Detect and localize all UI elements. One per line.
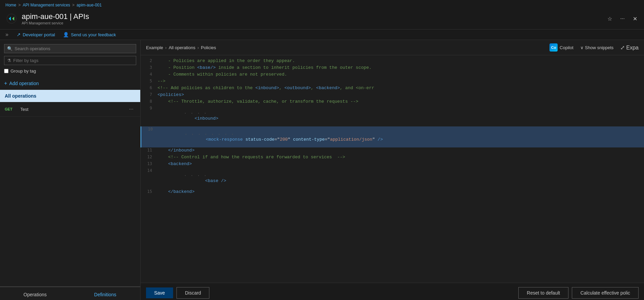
group-by-tag: Group by tag: [4, 68, 136, 74]
line-num: 12: [141, 155, 158, 159]
show-snippets-button[interactable]: ∨ Show snippets: [580, 45, 614, 50]
add-operation-label: Add operation: [9, 81, 39, 86]
line-num: 14: [141, 168, 158, 173]
code-line: 10 · · · · · · · · <mock-response status…: [141, 126, 644, 147]
tab-definitions[interactable]: Definitions: [70, 287, 140, 300]
line-num: 6: [141, 85, 158, 90]
sidebar: 🔍 ⚗ Group by tag + Add operation All ope…: [0, 40, 141, 300]
line-num: 5: [141, 79, 158, 83]
code-line: 15 </backend>: [141, 189, 644, 196]
search-box[interactable]: 🔍: [4, 44, 136, 53]
code-content: · · · · <base />: [158, 168, 226, 188]
add-operation-button[interactable]: + Add operation: [0, 77, 140, 90]
filter-input[interactable]: [13, 58, 133, 63]
service-icon: [5, 13, 18, 25]
expand-button[interactable]: ⤢ Expa: [620, 44, 639, 51]
external-link-icon: ↗: [17, 32, 21, 37]
code-line: 7 <policies>: [141, 92, 644, 99]
breadcrumb-instance[interactable]: apim-aue-001: [77, 3, 102, 7]
code-content: </backend>: [158, 189, 194, 194]
feedback-icon: 👤: [63, 32, 69, 37]
code-breadcrumb-part1: Example: [146, 45, 163, 50]
code-editor[interactable]: 2 - Policies are applied in the order th…: [141, 55, 644, 283]
expand-icon: ⤢: [620, 45, 625, 51]
all-operations-item[interactable]: All operations: [0, 90, 140, 102]
code-line: 12 <!-- Control if and how the requests …: [141, 154, 644, 161]
discard-button[interactable]: Discard: [176, 287, 209, 299]
code-content: -->: [158, 79, 165, 84]
operations-tab-label: Operations: [3, 292, 67, 297]
code-line: 6 <!-- Add policies as children to the <…: [141, 85, 644, 92]
line-num: 8: [141, 99, 158, 104]
definitions-tab-label: Definitions: [74, 292, 137, 297]
sidebar-footer: Operations Definitions: [0, 286, 140, 300]
line-num: 4: [141, 72, 158, 77]
code-content: - Comments within policies are not prese…: [158, 72, 287, 77]
code-line: 5 -->: [141, 78, 644, 85]
code-breadcrumb-left: Example › All operations › Policies: [146, 45, 216, 50]
header-title-block: apim-aue-001 | APIs API Management servi…: [22, 12, 602, 25]
code-breadcrumb-sep2: ›: [198, 45, 199, 50]
svg-point-0: [7, 14, 16, 23]
search-input[interactable]: [15, 46, 133, 51]
bottom-bar: Save Discard Reset to default Calculate …: [141, 283, 644, 300]
code-panel: Example › All operations › Policies Co C…: [141, 40, 644, 300]
feedback-link[interactable]: 👤 Send us your feedback: [63, 32, 116, 37]
code-content: · · · · <inbound>: [158, 106, 218, 126]
line-num: 13: [141, 161, 158, 166]
save-button[interactable]: Save: [146, 287, 173, 298]
close-button[interactable]: ✕: [631, 14, 639, 23]
code-breadcrumb-part2: All operations: [169, 45, 195, 50]
developer-portal-label: Developer portal: [23, 32, 55, 37]
copilot-label: Copilot: [560, 45, 573, 50]
code-line: 11 </inbound>: [141, 147, 644, 154]
feedback-label: Send us your feedback: [71, 32, 116, 37]
code-line: 9 · · · · <inbound>: [141, 105, 644, 126]
code-line: 8 <!-- Throttle, authorize, validate, ca…: [141, 99, 644, 105]
line-num: 3: [141, 65, 158, 70]
search-icon: 🔍: [7, 46, 13, 51]
code-breadcrumb-right: Co Copilot ∨ Show snippets ⤢ Expa: [549, 43, 639, 52]
add-icon: +: [4, 80, 7, 86]
group-by-tag-checkbox[interactable]: [4, 69, 8, 73]
sidebar-controls: 🔍 ⚗ Group by tag: [0, 40, 140, 77]
code-line: 13 <backend>: [141, 161, 644, 168]
expand-sidebar-icon[interactable]: »: [5, 32, 8, 38]
table-row[interactable]: GET Test ···: [0, 102, 140, 117]
breadcrumb-bar: Home > API Management services > apim-au…: [0, 0, 644, 10]
code-line: 3 - Position <base/> inside a section to…: [141, 65, 644, 72]
code-content: - Position <base/> inside a section to i…: [158, 65, 372, 70]
expand-label: Expa: [626, 45, 639, 51]
code-content: - Policies are applied in the order they…: [158, 58, 295, 63]
op-name: Test: [20, 107, 124, 112]
line-num: 9: [141, 106, 158, 111]
toolbar-row: » ↗ Developer portal 👤 Send us your feed…: [0, 29, 644, 40]
breadcrumb-service[interactable]: API Management services: [23, 3, 70, 7]
group-by-tag-label[interactable]: Group by tag: [11, 68, 36, 74]
copilot-button[interactable]: Co Copilot: [549, 43, 573, 52]
code-line: 2 - Policies are applied in the order th…: [141, 58, 644, 65]
developer-portal-link[interactable]: ↗ Developer portal: [17, 32, 55, 37]
header-actions: ☆ ··· ✕: [606, 14, 639, 23]
code-content: <!-- Control if and how the requests are…: [158, 155, 345, 160]
filter-box[interactable]: ⚗: [4, 56, 136, 65]
code-breadcrumb-sep1: ›: [165, 45, 167, 50]
tab-operations[interactable]: Operations: [0, 287, 70, 300]
show-snippets-label: Show snippets: [585, 45, 614, 50]
page-subtitle: API Management service: [22, 21, 602, 25]
chevron-down-icon: ∨: [580, 45, 584, 50]
code-breadcrumb: Example › All operations › Policies Co C…: [141, 40, 644, 55]
copilot-icon: Co: [549, 43, 558, 52]
breadcrumb-home[interactable]: Home: [5, 3, 16, 7]
line-num: 11: [141, 148, 158, 153]
line-num: 2: [141, 58, 158, 63]
operation-more-button[interactable]: ···: [127, 105, 136, 113]
filter-icon: ⚗: [7, 58, 11, 63]
reset-button[interactable]: Reset to default: [518, 287, 568, 299]
star-button[interactable]: ☆: [606, 14, 614, 23]
code-content: <!-- Throttle, authorize, validate, cach…: [158, 99, 358, 104]
more-button[interactable]: ···: [619, 14, 626, 23]
code-line: 14 · · · · <base />: [141, 168, 644, 189]
code-content: · · · · · · · · <mock-response status-co…: [158, 127, 383, 147]
calculate-button[interactable]: Calculate effective polic: [572, 287, 639, 299]
